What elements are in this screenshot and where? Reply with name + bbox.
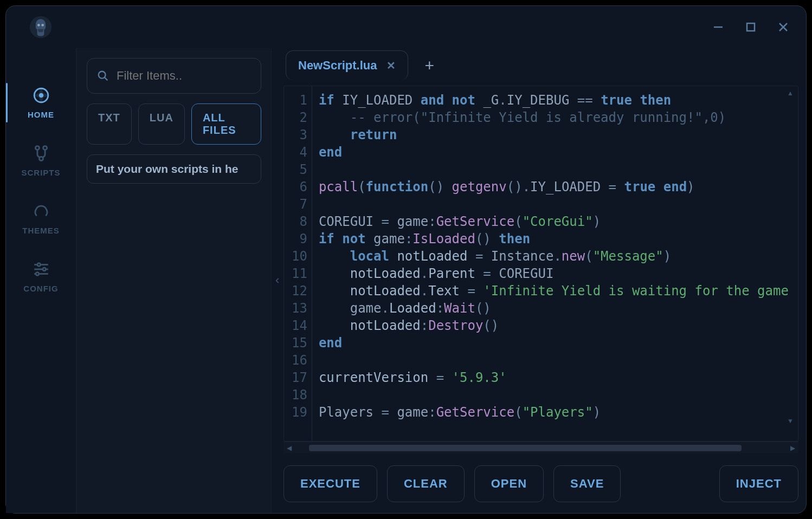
app-logo xyxy=(28,14,54,40)
nav-item-home[interactable]: HOME xyxy=(6,86,76,119)
window-controls xyxy=(712,21,795,34)
scripts-folder-hint[interactable]: Put your own scripts in he xyxy=(87,154,261,184)
home-icon xyxy=(32,86,50,105)
titlebar xyxy=(6,6,806,48)
nav-item-config[interactable]: CONFIG xyxy=(6,260,76,293)
maximize-button[interactable] xyxy=(744,21,757,34)
new-tab-button[interactable]: + xyxy=(419,53,440,78)
editor-scroll[interactable]: 12345678910111213141516171819 if IY_LOAD… xyxy=(284,86,798,441)
svg-point-18 xyxy=(36,273,39,276)
collapse-handle[interactable] xyxy=(272,48,283,513)
tab-newscript-lua[interactable]: NewScript.lua✕ xyxy=(286,50,408,80)
h-scroll-thumb[interactable] xyxy=(309,445,742,451)
nav-item-scripts[interactable]: SCRIPTS xyxy=(6,144,76,177)
filter-chip-txt[interactable]: TXT xyxy=(87,103,132,145)
app-window: HOMESCRIPTSTHEMESCONFIG TXTLUAALL FILES … xyxy=(5,5,807,514)
svg-point-19 xyxy=(99,72,106,79)
search-icon xyxy=(97,70,109,82)
themes-icon xyxy=(32,202,50,220)
nav-label: SCRIPTS xyxy=(21,168,60,177)
svg-point-1 xyxy=(37,24,40,27)
open-button[interactable]: OPEN xyxy=(474,465,544,502)
filter-input[interactable] xyxy=(117,69,266,83)
side-panel: TXTLUAALL FILES Put your own scripts in … xyxy=(76,48,272,513)
config-icon xyxy=(32,260,50,278)
filter-chip-lua[interactable]: LUA xyxy=(138,103,185,145)
filter-chips: TXTLUAALL FILES xyxy=(87,103,261,145)
filter-chip-all-files[interactable]: ALL FILES xyxy=(191,103,261,145)
body: HOMESCRIPTSTHEMESCONFIG TXTLUAALL FILES … xyxy=(6,48,806,513)
svg-point-11 xyxy=(43,146,47,150)
svg-point-12 xyxy=(39,157,43,160)
execute-button[interactable]: EXECUTE xyxy=(283,465,377,502)
close-icon[interactable]: ✕ xyxy=(386,59,396,72)
tab-label: NewScript.lua xyxy=(298,59,377,73)
minimize-button[interactable] xyxy=(712,21,725,34)
code-editor[interactable]: 12345678910111213141516171819 if IY_LOAD… xyxy=(283,86,798,442)
nav-label: CONFIG xyxy=(23,284,58,293)
action-bar: EXECUTE CLEAR OPEN SAVE INJECT xyxy=(283,465,798,502)
svg-point-14 xyxy=(37,263,40,267)
scripts-icon xyxy=(32,144,50,163)
nav-label: HOME xyxy=(28,110,54,119)
svg-point-9 xyxy=(40,94,43,97)
nav-rail: HOMESCRIPTSTHEMESCONFIG xyxy=(6,48,76,513)
nav-label: THEMES xyxy=(22,226,60,235)
tabs-row: NewScript.lua✕ + xyxy=(283,50,798,80)
close-button[interactable] xyxy=(777,21,790,34)
line-gutter: 12345678910111213141516171819 xyxy=(284,86,312,441)
filter-box[interactable] xyxy=(87,58,261,94)
svg-point-10 xyxy=(35,146,39,150)
svg-point-2 xyxy=(41,24,44,27)
clear-button[interactable]: CLEAR xyxy=(387,465,465,502)
save-button[interactable]: SAVE xyxy=(553,465,621,502)
svg-rect-4 xyxy=(747,23,755,31)
main-area: NewScript.lua✕ + 12345678910111213141516… xyxy=(283,48,806,513)
nav-item-themes[interactable]: THEMES xyxy=(6,202,76,235)
inject-button[interactable]: INJECT xyxy=(719,465,798,502)
horizontal-scrollbar[interactable]: ◀ ▶ xyxy=(283,442,798,453)
svg-point-16 xyxy=(42,268,46,271)
code-content[interactable]: if IY_LOADED and not _G.IY_DEBUG == true… xyxy=(312,86,795,441)
svg-line-20 xyxy=(105,77,108,81)
